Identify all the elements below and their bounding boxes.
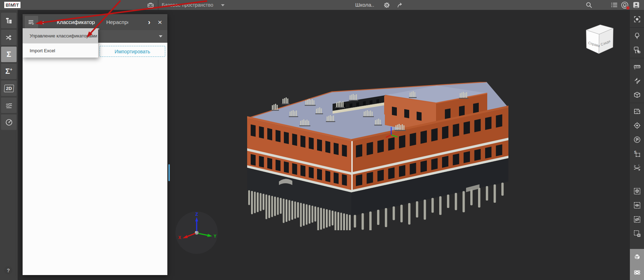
toolbar-divider bbox=[630, 103, 644, 103]
sidebar-item-connections[interactable] bbox=[1, 30, 17, 45]
tool-select-focus[interactable] bbox=[631, 13, 643, 25]
search-icon[interactable] bbox=[585, 1, 593, 9]
tab-unallocated[interactable]: Нераспре bbox=[101, 14, 128, 30]
panel-context-menu: Управление классификаторамиImport Excel bbox=[23, 28, 98, 58]
sidebar-item-model-tree[interactable] bbox=[1, 13, 17, 28]
tool-selection-set[interactable]: S bbox=[631, 148, 643, 160]
locate-point-icon bbox=[633, 121, 641, 130]
axis-gizmo[interactable]: Z X Y bbox=[175, 211, 219, 255]
tabs-back-chevron[interactable]: ‹ bbox=[38, 14, 48, 30]
tool-clear-selection[interactable] bbox=[631, 227, 643, 239]
toolbar-divider bbox=[630, 58, 644, 58]
sidebar-item-classifier-new[interactable]: Σ+ bbox=[1, 64, 17, 79]
classifier-glyph-icon: Σ bbox=[6, 50, 11, 58]
orbit-mode-icon bbox=[633, 268, 641, 276]
clear-selection-icon bbox=[633, 230, 641, 238]
tool-show-selection[interactable] bbox=[631, 199, 643, 211]
axis-z-label: Z bbox=[195, 212, 198, 217]
axis-x-label: X bbox=[178, 235, 181, 240]
topbar-divider bbox=[158, 0, 159, 10]
svg-text:1: 1 bbox=[634, 165, 635, 167]
select-caret-icon bbox=[159, 35, 162, 37]
right-toolbar: S12 bbox=[630, 10, 644, 280]
building-model bbox=[244, 82, 512, 230]
top-bar: BiMiT Базовое пространство Школа.. bbox=[0, 0, 644, 10]
clip-plane-icon bbox=[633, 77, 641, 85]
tool-selection-groups[interactable] bbox=[631, 44, 643, 56]
sidebar-item-dashboard[interactable] bbox=[1, 114, 17, 130]
tool-measure-ruler[interactable] bbox=[631, 60, 643, 72]
tool-viewpoint-flag[interactable] bbox=[631, 133, 643, 145]
workspace-briefcase-icon[interactable] bbox=[146, 1, 155, 9]
project-title: Школа.. bbox=[355, 0, 374, 10]
documents-2d-glyph-icon: 2D bbox=[4, 85, 14, 92]
viewpoint-flag-icon bbox=[633, 136, 641, 144]
tool-floorplan-view[interactable] bbox=[631, 105, 643, 117]
tool-shading-mode[interactable] bbox=[630, 249, 644, 264]
tool-grid-axes[interactable]: 12 bbox=[631, 162, 643, 174]
share-icon[interactable] bbox=[396, 1, 404, 9]
tab-classifier[interactable]: Классификатор bbox=[51, 14, 101, 30]
floorplan-view-icon bbox=[633, 107, 641, 115]
account-icon[interactable] bbox=[632, 1, 640, 9]
shuffle-icon bbox=[5, 34, 13, 42]
grid-axes-icon: 12 bbox=[633, 164, 641, 172]
app-logo-text: BiMiT bbox=[6, 2, 19, 8]
svg-text:S: S bbox=[634, 150, 636, 154]
notifications-bell-icon[interactable] bbox=[620, 1, 629, 9]
tool-clip-box[interactable] bbox=[631, 89, 643, 101]
workspace-caret-icon[interactable] bbox=[221, 4, 225, 6]
gauge-icon bbox=[5, 118, 13, 126]
help-button[interactable]: ? bbox=[4, 266, 12, 274]
tool-locate-point[interactable] bbox=[631, 119, 643, 131]
select-focus-icon bbox=[633, 15, 641, 23]
workspace-selector[interactable]: Базовое пространство bbox=[162, 0, 213, 10]
logo-accent-dot bbox=[14, 3, 15, 4]
import-button[interactable]: Импортировать bbox=[100, 46, 165, 57]
menu-item-import-excel[interactable]: Import Excel bbox=[23, 43, 98, 58]
spaces-tree-icon bbox=[633, 32, 641, 40]
classifier-new-glyph-icon: Σ+ bbox=[5, 67, 12, 75]
tool-clip-plane[interactable] bbox=[631, 75, 643, 87]
axis-y-label: Y bbox=[214, 234, 216, 239]
navigation-cube[interactable]: Справа Сзади bbox=[581, 21, 616, 58]
toolbar-divider bbox=[630, 27, 644, 28]
sidebar-item-graphs[interactable] bbox=[1, 97, 17, 113]
tool-hide-selection[interactable] bbox=[631, 213, 643, 225]
tool-orbit-mode[interactable] bbox=[630, 264, 644, 280]
panel-header: ‹ КлассификаторНераспре › × bbox=[23, 14, 167, 30]
logo-accent-dot bbox=[9, 3, 10, 4]
hide-selection-icon bbox=[633, 215, 641, 224]
panel-close-button[interactable]: × bbox=[154, 14, 166, 30]
measure-ruler-icon bbox=[633, 62, 641, 71]
shading-mode-icon bbox=[633, 253, 641, 261]
sidebar-item-classifier[interactable]: Σ bbox=[1, 47, 17, 62]
sidebar-item-documents-2d[interactable]: 2D bbox=[1, 81, 17, 96]
settings-gear-icon[interactable] bbox=[382, 1, 391, 9]
tree-hierarchy-icon bbox=[5, 17, 13, 25]
panel-tabs: КлассификаторНераспре bbox=[51, 14, 128, 30]
app-logo: BiMiT bbox=[4, 2, 20, 8]
selection-groups-icon bbox=[633, 46, 641, 54]
selection-set-icon: S bbox=[633, 150, 641, 158]
clip-box-icon bbox=[633, 91, 641, 99]
tool-isolate-selection[interactable] bbox=[631, 185, 643, 197]
chart-lines-icon bbox=[5, 101, 13, 109]
tool-spaces-tree[interactable] bbox=[631, 30, 643, 42]
list-icon[interactable] bbox=[610, 1, 619, 9]
svg-text:2: 2 bbox=[638, 164, 639, 166]
notification-badge bbox=[626, 6, 630, 10]
menu-item-manage-classifiers[interactable]: Управление классификаторами bbox=[23, 28, 98, 43]
panel-menu-button[interactable] bbox=[25, 16, 38, 29]
left-toolbar: ΣΣ+2D ? bbox=[0, 10, 18, 280]
isolate-selection-icon bbox=[633, 187, 641, 195]
panel-scrollbar-thumb[interactable] bbox=[168, 164, 170, 181]
tabs-forward-chevron[interactable]: › bbox=[144, 14, 154, 30]
show-selection-icon bbox=[633, 201, 641, 209]
